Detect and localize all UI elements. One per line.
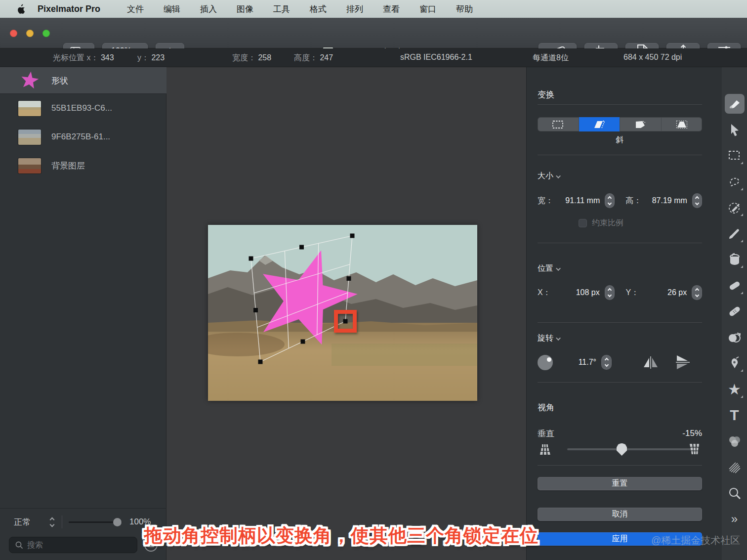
info-bar: 光标位置 x： 343 y： 223 宽度： 258 高度： 247 sRGB … <box>0 48 747 67</box>
x-field-value[interactable]: 108 px <box>551 288 600 297</box>
bottom-left-handle[interactable] <box>258 360 263 364</box>
menu-image[interactable]: 图像 <box>237 3 253 15</box>
position-section-header[interactable]: 位置 <box>538 263 702 274</box>
color-adjustments-tool[interactable] <box>725 431 745 451</box>
x-stepper[interactable] <box>605 285 615 300</box>
clone-tool[interactable] <box>725 328 745 347</box>
close-window-button[interactable] <box>10 30 17 37</box>
retouch-tool[interactable] <box>725 302 745 321</box>
search-input[interactable] <box>27 541 126 550</box>
perspective-slider-thumb[interactable] <box>617 443 627 456</box>
layer-row-image-2[interactable]: 9F6B275B-61... <box>0 123 166 151</box>
layer-row-background[interactable]: 背景图层 <box>0 151 166 180</box>
menu-file[interactable]: 文件 <box>127 3 144 15</box>
shapes-tool[interactable]: ★ <box>725 380 745 399</box>
layer-row-shape[interactable]: 形状 <box>0 67 166 94</box>
flip-horizontal-icon[interactable] <box>642 355 659 369</box>
constrain-checkbox[interactable] <box>579 219 587 227</box>
effects-tool[interactable] <box>725 457 745 477</box>
cursor-position: 光标位置 x： 343 <box>53 53 114 63</box>
flip-vertical-icon[interactable] <box>675 355 691 370</box>
minimize-window-button[interactable] <box>26 30 34 37</box>
menu-format[interactable]: 格式 <box>310 3 327 15</box>
right-middle-handle[interactable] <box>347 276 351 281</box>
paint-tool[interactable] <box>725 224 745 244</box>
menu-bar: Pixelmator Pro 文件 编辑 插入 图像 工具 格式 排列 查看 窗… <box>0 0 747 18</box>
bottom-middle-handle[interactable] <box>301 340 305 344</box>
rotation-angle-value[interactable]: 11.7° <box>553 358 596 367</box>
color-picker-tool[interactable] <box>725 198 745 217</box>
rotation-knob[interactable] <box>538 355 553 370</box>
rotation-section-header[interactable]: 旋转 <box>538 333 702 344</box>
vertical-label: 垂直 <box>538 428 554 439</box>
chevron-down-icon <box>556 266 561 271</box>
zoom-tool[interactable] <box>725 483 745 503</box>
bandage-icon <box>728 304 742 318</box>
skew-icon <box>593 120 606 129</box>
menu-view[interactable]: 查看 <box>383 3 400 15</box>
mode-free-transform[interactable] <box>538 117 579 131</box>
move-tool[interactable] <box>725 120 745 140</box>
apple-menu-icon[interactable] <box>14 4 29 14</box>
zoom-window-button[interactable] <box>42 30 50 37</box>
text-tool-icon: T <box>730 408 739 423</box>
submenu-indicator <box>741 214 743 216</box>
paint-bucket-icon <box>728 253 741 266</box>
reset-button[interactable]: 重置 <box>538 477 702 490</box>
erase-tool[interactable] <box>725 276 745 296</box>
rectangular-selection-tool[interactable] <box>725 146 745 166</box>
canvas-area[interactable] <box>166 67 526 560</box>
bottom-right-handle[interactable] <box>343 319 348 324</box>
document-canvas[interactable] <box>208 225 477 401</box>
panel-title: 变换 <box>538 89 702 100</box>
left-middle-handle[interactable] <box>253 308 258 312</box>
bit-depth: 每通道8位 <box>533 53 569 63</box>
grass-band <box>332 344 477 366</box>
mode-skew[interactable] <box>579 117 621 131</box>
blend-mode-select[interactable]: 正常 <box>14 517 44 528</box>
menu-edit[interactable]: 编辑 <box>164 3 180 15</box>
eraser-icon <box>728 279 742 292</box>
menu-help[interactable]: 帮助 <box>456 3 473 15</box>
title-bar: 100% + en-supercontrast <box>0 18 747 48</box>
top-left-handle[interactable] <box>249 257 253 261</box>
width-stepper[interactable] <box>605 193 615 208</box>
cancel-button[interactable]: 取消 <box>538 508 702 521</box>
menu-window[interactable]: 窗口 <box>419 3 436 15</box>
y-field-label: Y： <box>625 288 639 298</box>
free-selection-tool[interactable] <box>725 172 745 192</box>
magnifier-icon <box>728 487 741 500</box>
perspective-slider-track[interactable] <box>567 448 695 450</box>
blend-mode-stepper[interactable] <box>50 518 54 526</box>
width-field-value[interactable]: 91.11 mm <box>553 196 600 205</box>
height-field-value[interactable]: 87.19 mm <box>641 196 687 205</box>
mode-perspective[interactable] <box>662 117 703 131</box>
pen-tool[interactable] <box>725 353 745 373</box>
constrain-proportions-row[interactable]: 约束比例 <box>579 218 623 228</box>
arrange-tool[interactable] <box>725 94 745 114</box>
y-field-value[interactable]: 26 px <box>639 288 687 297</box>
mode-distort[interactable] <box>620 117 662 131</box>
height-stepper[interactable] <box>692 193 702 208</box>
star-shape-icon: ★ <box>728 382 741 397</box>
type-tool[interactable]: T <box>725 405 745 425</box>
top-right-handle[interactable] <box>350 234 355 238</box>
top-middle-handle[interactable] <box>299 245 304 250</box>
menu-tools[interactable]: 工具 <box>273 3 290 15</box>
submenu-indicator <box>741 188 743 190</box>
transform-mode-segmented-control <box>538 117 702 131</box>
fill-tool[interactable] <box>725 250 745 269</box>
submenu-indicator <box>741 292 743 294</box>
rotation-stepper[interactable] <box>601 355 612 370</box>
layer-row-image-1[interactable]: 55B1EB93-C6... <box>0 94 166 123</box>
opacity-slider[interactable] <box>69 518 122 526</box>
search-field[interactable] <box>9 537 137 553</box>
perspective-slider-row <box>538 443 702 456</box>
opacity-slider-thumb[interactable] <box>113 518 122 526</box>
more-tools-button[interactable]: » <box>725 509 745 529</box>
submenu-indicator <box>741 240 743 242</box>
size-section-header[interactable]: 大小 <box>538 171 702 181</box>
y-stepper[interactable] <box>692 285 702 300</box>
menu-arrange[interactable]: 排列 <box>346 3 363 15</box>
menu-insert[interactable]: 插入 <box>200 3 217 15</box>
